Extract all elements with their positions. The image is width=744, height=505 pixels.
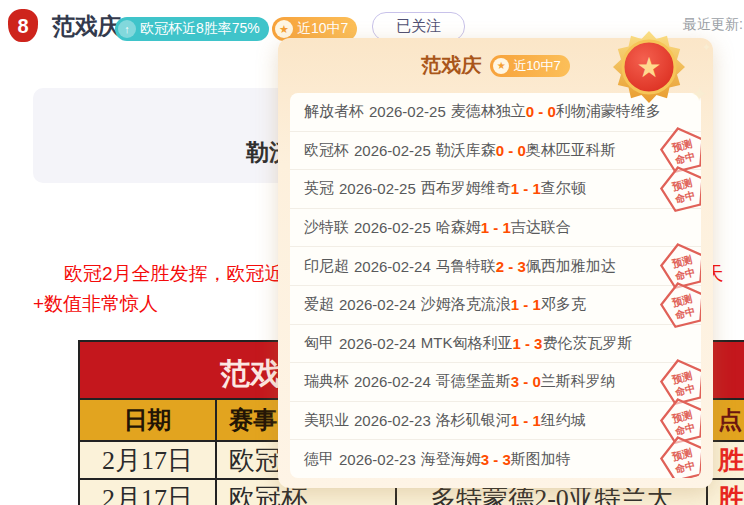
match-away-team: 邓多克 [541, 295, 586, 314]
table-cell-date: 2月17日 [80, 442, 217, 478]
match-score: 3 - 0 [511, 373, 541, 390]
gold-medal-icon: ★ [612, 30, 686, 104]
match-row[interactable]: 美职业 2026-02-23 洛杉矶银河 1 - 1 纽约城 预测 命中 [290, 402, 701, 441]
match-row[interactable]: 沙特联 2026-02-25 哈森姆 1 - 1 吉达联合 [290, 209, 701, 248]
match-list: 解放者杯 2026-02-25 麦德林独立 0 - 0 利物浦蒙特维多 欧冠杯 … [290, 93, 701, 478]
match-score: 1 - 1 [511, 296, 541, 313]
svg-text:★: ★ [636, 52, 661, 83]
prediction-hit-stamp-icon: 预测 命中 [655, 160, 701, 216]
match-home-team: 西布罗姆维奇 [421, 179, 511, 198]
match-date: 2026-02-25 [339, 180, 416, 197]
match-away-team: 佩西加雅加达 [526, 257, 616, 276]
match-home-team: 哈森姆 [436, 218, 481, 237]
match-home-team: 哥德堡盖斯 [436, 372, 511, 391]
match-home-team: 勒沃库森 [436, 141, 496, 160]
col-result-header: 点 [708, 404, 744, 436]
popup-streak-badge: ★ 近10中7 [490, 55, 570, 77]
match-date: 2026-02-24 [354, 258, 431, 275]
match-date: 2026-02-24 [354, 373, 431, 390]
match-league: 沙特联 [304, 218, 349, 237]
match-away-team: 斯图加特 [511, 450, 571, 469]
match-row[interactable]: 匈甲 2026-02-24 MTK匈格利亚 1 - 3 费伦茨瓦罗斯 [290, 325, 701, 364]
popup-streak-badge-label: 近10中7 [513, 57, 561, 75]
match-away-team: 查尔顿 [541, 179, 586, 198]
match-away-team: 费伦茨瓦罗斯 [542, 334, 632, 353]
match-home-team: 麦德林独立 [451, 102, 526, 121]
match-league: 瑞典杯 [304, 372, 349, 391]
match-score: 1 - 1 [511, 180, 541, 197]
history-table-title: 范戏 [220, 354, 280, 395]
match-row[interactable]: 德甲 2026-02-23 海登海姆 3 - 3 斯图加特 预测 命中 [290, 440, 701, 478]
match-score: 1 - 3 [512, 335, 542, 352]
match-home-team: MTK匈格利亚 [421, 334, 513, 353]
match-date: 2026-02-25 [354, 142, 431, 159]
match-row[interactable]: 英冠 2026-02-25 西布罗姆维奇 1 - 1 查尔顿 预测 命中 [290, 170, 701, 209]
table-cell-result: 胜 [708, 443, 744, 478]
match-score: 2 - 3 [496, 258, 526, 275]
match-league: 德甲 [304, 450, 334, 469]
star-icon: ★ [493, 58, 509, 74]
match-date: 2026-02-24 [339, 296, 416, 313]
sparkle-icon: ✦ [691, 84, 708, 104]
winrate-badge: ↑ 欧冠杯近8胜率75% [115, 17, 269, 41]
match-score: 1 - 1 [481, 219, 511, 236]
match-league: 解放者杯 [304, 102, 364, 121]
match-score: 1 - 1 [511, 412, 541, 429]
popup-title: 范戏庆 [421, 52, 481, 79]
promo-text-line2: +数值非常惊人 [33, 291, 158, 317]
match-row[interactable]: 欧冠杯 2026-02-25 勒沃库森 0 - 0 奥林匹亚科斯 预测 命中 [290, 132, 701, 171]
match-league: 印尼超 [304, 257, 349, 276]
match-date: 2026-02-23 [339, 451, 416, 468]
streak-badge-label: 近10中7 [297, 20, 348, 38]
match-away-team: 利物浦蒙特维多 [556, 102, 661, 121]
match-away-team: 吉达联合 [511, 218, 571, 237]
followed-button[interactable]: 已关注 [372, 12, 465, 41]
table-cell-result: 胜 [708, 481, 744, 505]
match-league: 爱超 [304, 295, 334, 314]
match-away-team: 兰斯科罗纳 [541, 372, 616, 391]
last-updated-label: 最近更新: [683, 16, 743, 34]
match-date: 2026-02-25 [354, 219, 431, 236]
match-date: 2026-02-23 [354, 412, 431, 429]
match-date: 2026-02-24 [339, 335, 416, 352]
match-score: 3 - 3 [481, 451, 511, 468]
promo-text-line1: 欧冠2月全胜发挥，欧冠近 [64, 261, 284, 287]
avatar-8-icon: 8 [17, 16, 28, 36]
match-league: 欧冠杯 [304, 141, 349, 160]
match-away-team: 纽约城 [541, 411, 586, 430]
match-score: 0 - 0 [526, 103, 556, 120]
col-date-header: 日期 [80, 400, 217, 440]
match-row[interactable]: 爱超 2026-02-24 沙姆洛克流浪 1 - 1 邓多克 预测 命中 [290, 286, 701, 325]
user-name: 范戏庆 [52, 11, 121, 42]
star-icon: ★ [275, 20, 293, 38]
arrow-up-icon: ↑ [118, 20, 136, 38]
winrate-badge-label: 欧冠杯近8胜率75% [140, 20, 260, 38]
table-cell-date: 2月17日 [80, 480, 217, 505]
match-home-team: 马鲁特联 [436, 257, 496, 276]
match-home-team: 海登海姆 [421, 450, 481, 469]
match-league: 英冠 [304, 179, 334, 198]
match-row[interactable]: 瑞典杯 2026-02-24 哥德堡盖斯 3 - 0 兰斯科罗纳 预测 命中 [290, 363, 701, 402]
match-away-team: 奥林匹亚科斯 [526, 141, 616, 160]
match-score: 0 - 0 [496, 142, 526, 159]
match-home-team: 洛杉矶银河 [436, 411, 511, 430]
match-league: 美职业 [304, 411, 349, 430]
sparkle-icon: ✦ [702, 42, 711, 53]
user-avatar[interactable]: 8 [8, 9, 38, 42]
match-league: 匈甲 [304, 334, 334, 353]
match-date: 2026-02-25 [369, 103, 446, 120]
prediction-popup: 范戏庆 ★ 近10中7 ★ ✦ ✦ 解放者杯 2026-02-25 [278, 38, 713, 488]
screen: 8 范戏庆 ↑ 欧冠杯近8胜率75% ★ 近10中7 已关注 最近更新: 勒沃 … [0, 0, 744, 505]
match-home-team: 沙姆洛克流浪 [421, 295, 511, 314]
match-row[interactable]: 印尼超 2026-02-24 马鲁特联 2 - 3 佩西加雅加达 预测 命中 [290, 247, 701, 286]
